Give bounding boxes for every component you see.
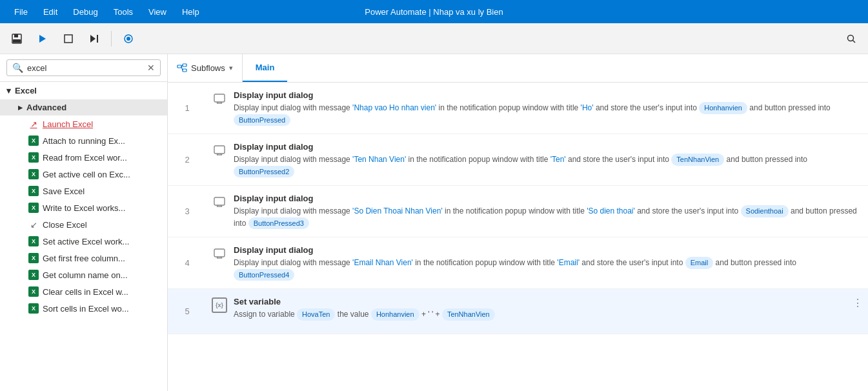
menu-item-debug[interactable]: Debug: [66, 5, 104, 19]
save-button[interactable]: [5, 27, 28, 50]
desc-text-5c: + ' ' +: [421, 310, 442, 319]
step-content-2: Display input dialog Display input dialo…: [207, 134, 868, 185]
subflows-label: Subflows: [191, 63, 225, 73]
step-icon-area-2: Display input dialog Display input dialo…: [212, 142, 858, 177]
action-get-col-name[interactable]: X Get column name on...: [0, 266, 167, 283]
tab-main-label: Main: [256, 63, 275, 72]
step-title-3: Display input dialog: [234, 194, 858, 203]
main-layout: 🔍 ✕ ▾ Excel ▸ Advanced ↗ Launch Excel: [0, 54, 868, 391]
subsection-advanced[interactable]: ▸ Advanced: [0, 99, 167, 115]
action-read-excel-label: Read from Excel wor...: [43, 153, 127, 163]
action-set-active-worksheet[interactable]: X Set active Excel work...: [0, 233, 167, 250]
tag-3a: Sodienthoai: [741, 205, 789, 217]
search-icon: 🔍: [12, 63, 23, 73]
tag-5a: HovaTen: [297, 308, 335, 321]
record-button[interactable]: [117, 27, 140, 50]
action-launch-excel[interactable]: ↗ Launch Excel: [0, 115, 167, 132]
action-write-excel[interactable]: X Write to Excel works...: [0, 199, 167, 216]
action-save-excel-label: Save Excel: [43, 186, 85, 196]
step-button[interactable]: [83, 27, 106, 50]
svg-rect-24: [214, 197, 225, 205]
svg-point-9: [848, 35, 854, 41]
section-excel[interactable]: ▾ Excel: [0, 82, 167, 99]
chevron-right-icon: ▸: [18, 103, 23, 112]
subflows-button[interactable]: Subflows ▾: [168, 54, 243, 82]
step-icon-area-3: Display input dialog Display input dialo…: [212, 194, 858, 229]
search-button[interactable]: [840, 27, 863, 50]
tag-1b: ButtonPressed: [234, 114, 290, 126]
step-content-3: Display input dialog Display input dialo…: [207, 186, 868, 237]
menu-item-view[interactable]: View: [142, 5, 173, 19]
launch-icon: ↗: [28, 119, 39, 129]
action-attach-excel[interactable]: X Attach to running Ex...: [0, 132, 167, 149]
desc-text-3a: Display input dialog with message: [234, 206, 352, 216]
menu-item-file[interactable]: File: [8, 5, 34, 19]
toolbar-separator: [111, 31, 112, 46]
svg-line-10: [853, 40, 856, 43]
action-clear-cells[interactable]: X Clear cells in Excel w...: [0, 283, 167, 300]
desc-highlight-4a: 'Email Nhan Vien': [352, 258, 413, 267]
excel-icon-col-name: X: [28, 270, 39, 280]
tag-4a: Email: [685, 257, 714, 269]
action-launch-excel-label: Launch Excel: [43, 119, 93, 129]
desc-text-1b: in the notification popup window with ti…: [438, 103, 580, 112]
svg-marker-3: [39, 35, 46, 43]
excel-icon-set-active: X: [28, 236, 39, 246]
action-attach-excel-label: Attach to running Ex...: [43, 136, 125, 146]
action-read-excel[interactable]: X Read from Excel wor...: [0, 149, 167, 166]
action-sort-cells-label: Sort cells in Excel wo...: [43, 304, 129, 314]
step-content-1: Display input dialog Display input dialo…: [207, 83, 868, 134]
desc-highlight-3a: 'So Dien Thoai Nhan Vien': [352, 206, 443, 216]
search-box[interactable]: 🔍 ✕: [6, 59, 161, 76]
step-desc-1: Display input dialog with message 'Nhap …: [234, 102, 858, 126]
subsection-advanced-label: Advanced: [26, 103, 66, 112]
flow-row-5: 5 {x} Set variable Assign to variable Ho…: [168, 289, 868, 334]
svg-rect-4: [65, 35, 72, 43]
step-number-4: 4: [168, 237, 207, 288]
stop-button[interactable]: [57, 27, 80, 50]
action-get-active-cell[interactable]: X Get active cell on Exc...: [0, 166, 167, 183]
dialog-icon-2: [212, 143, 227, 158]
menu-item-tools[interactable]: Tools: [107, 5, 139, 19]
desc-highlight-2b: 'Ten': [550, 155, 566, 164]
action-close-excel[interactable]: ↙ Close Excel: [0, 216, 167, 233]
menu-item-help[interactable]: Help: [176, 5, 206, 19]
step-content-4: Display input dialog Display input dialo…: [207, 237, 868, 288]
tag-5b: Honhanvien: [371, 308, 419, 321]
svg-rect-2: [13, 39, 21, 43]
desc-text-1d: and button pressed into: [749, 103, 830, 112]
flow-row-2: 2 Display input dialog: [168, 134, 868, 186]
step-content-5: {x} Set variable Assign to variable Hova…: [207, 289, 847, 334]
step-number-3: 3: [168, 186, 207, 237]
desc-text-3b: in the notification popup window with ti…: [445, 206, 587, 216]
action-get-col-name-label: Get column name on...: [43, 270, 128, 280]
content-area: Subflows ▾ Main 1: [168, 54, 868, 391]
sidebar-list: ▾ Excel ▸ Advanced ↗ Launch Excel X Atta…: [0, 82, 167, 391]
tag-2a: TenNhanVien: [671, 154, 724, 166]
step-menu-5[interactable]: ⋮: [847, 289, 868, 334]
search-input[interactable]: [27, 63, 143, 73]
tab-main[interactable]: Main: [243, 54, 288, 82]
step-body-3: Display input dialog Display input dialo…: [234, 194, 858, 229]
svg-point-8: [126, 37, 130, 41]
action-sort-cells[interactable]: X Sort cells in Excel wo...: [0, 300, 167, 317]
svg-rect-28: [214, 249, 225, 257]
desc-text-2d: and button pressed into: [727, 155, 807, 164]
search-clear-button[interactable]: ✕: [147, 63, 155, 73]
menu-item-edit[interactable]: Edit: [37, 5, 64, 19]
action-get-first-free-col[interactable]: X Get first free column...: [0, 250, 167, 266]
run-button[interactable]: [31, 27, 54, 50]
desc-text-4d: and button pressed into: [716, 258, 796, 267]
excel-icon-sort: X: [28, 303, 39, 314]
step-number-2: 2: [168, 134, 207, 185]
tag-4b: ButtonPressed4: [234, 269, 294, 281]
toolbar: [0, 23, 868, 54]
subflows-chevron-icon: ▾: [229, 64, 233, 72]
action-save-excel[interactable]: X Save Excel: [0, 183, 167, 199]
excel-icon-clear: X: [28, 286, 39, 297]
excel-icon-read: X: [28, 152, 39, 163]
tag-3b: ButtonPressed3: [248, 217, 309, 230]
section-excel-label: Excel: [15, 86, 37, 95]
desc-text-2c: and store the user's input into: [568, 155, 671, 164]
step-icon-area-4: Display input dialog Display input dialo…: [212, 245, 858, 281]
